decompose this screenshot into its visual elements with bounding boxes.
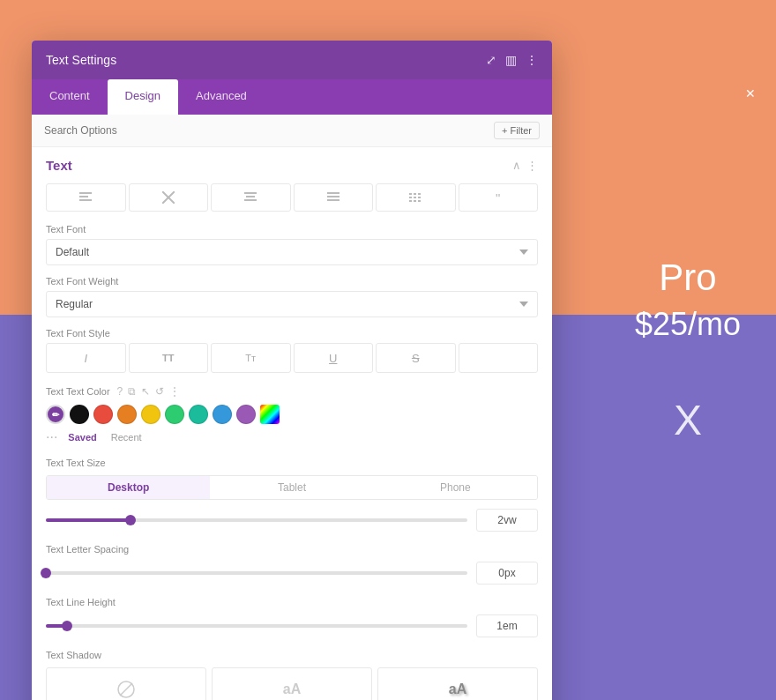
modal-tabs: Content Design Advanced <box>32 79 552 115</box>
shadow-section: Text Shadow aA aA <box>46 650 538 700</box>
shadow-options: aA aA <box>46 667 538 700</box>
close-circle-button[interactable]: ✕ <box>738 81 763 106</box>
line-height-label: Text Line Height <box>46 597 538 607</box>
line-height-slider-track[interactable] <box>46 624 467 628</box>
more-colors-icon[interactable]: ··· <box>46 429 57 445</box>
letter-spacing-input[interactable] <box>476 562 538 585</box>
expand-icon[interactable]: ⤢ <box>486 53 496 67</box>
size-input[interactable] <box>476 509 538 532</box>
search-bar: + Filter <box>32 115 552 147</box>
align-list-btn[interactable] <box>294 183 374 212</box>
size-label: Text Text Size <box>46 458 538 468</box>
color-badge[interactable]: ✏ <box>46 405 65 424</box>
svg-rect-16 <box>418 197 421 198</box>
modal-header: Text Settings ⤢ ▥ ⋮ <box>32 41 552 79</box>
shadow-none-btn[interactable] <box>46 667 206 700</box>
svg-rect-1 <box>79 196 88 197</box>
svg-rect-10 <box>327 199 340 201</box>
collapse-icon[interactable]: ∧ <box>512 159 521 172</box>
font-select[interactable]: Default <box>46 239 538 265</box>
size-slider-row <box>46 509 538 532</box>
letter-spacing-section: Text Letter Spacing <box>46 544 538 585</box>
color-gradient-picker[interactable] <box>260 405 280 424</box>
color-swatch-yellow[interactable] <box>141 405 160 424</box>
svg-rect-9 <box>327 196 340 197</box>
color-swatch-green[interactable] <box>165 405 184 424</box>
svg-rect-12 <box>414 193 416 195</box>
color-label: Text Text Color <box>46 386 110 397</box>
filter-button[interactable]: + Filter <box>494 122 540 139</box>
color-swatch-black[interactable] <box>70 405 89 424</box>
section-more-icon[interactable]: ⋮ <box>526 159 538 172</box>
color-header: Text Text Color ? ⧉ ↖ ↺ ⋮ <box>46 385 538 398</box>
columns-icon[interactable]: ▥ <box>505 53 517 67</box>
font-style-label: Text Font Style <box>46 328 538 339</box>
x-mark: X <box>635 396 741 444</box>
tab-design[interactable]: Design <box>108 79 178 115</box>
letter-spacing-slider-row <box>46 562 538 585</box>
pro-title: Pro <box>635 257 741 299</box>
section-header: Text ∧ ⋮ <box>46 158 538 173</box>
more-icon[interactable]: ⋮ <box>526 53 538 67</box>
shadow-dark-btn[interactable]: aA <box>377 667 538 700</box>
align-left-btn[interactable] <box>46 183 126 212</box>
color-swatch-blue[interactable] <box>213 405 232 424</box>
line-height-section: Text Line Height <box>46 597 538 637</box>
style-strikethrough-btn[interactable]: S <box>376 343 456 373</box>
svg-rect-13 <box>418 193 421 195</box>
line-height-input[interactable] <box>476 614 538 637</box>
color-more-icon[interactable]: ⋮ <box>169 385 180 398</box>
align-none-btn[interactable] <box>129 183 209 212</box>
style-uppercase-btn[interactable]: TT <box>129 343 209 373</box>
align-justify-btn[interactable] <box>376 183 456 212</box>
line-height-slider-row <box>46 614 538 637</box>
svg-rect-14 <box>409 197 412 198</box>
device-tab-tablet[interactable]: Tablet <box>210 476 373 499</box>
color-swatch-red[interactable] <box>93 405 113 424</box>
section-title: Text <box>46 158 72 173</box>
tab-content[interactable]: Content <box>32 79 108 115</box>
color-swatch-orange[interactable] <box>117 405 137 424</box>
color-help-icon[interactable]: ? <box>117 385 123 398</box>
color-reset-icon[interactable]: ↺ <box>155 385 164 398</box>
style-empty-btn[interactable] <box>459 343 539 373</box>
color-tab-recent[interactable]: Recent <box>111 432 142 443</box>
color-swatch-purple[interactable] <box>236 405 256 424</box>
size-slider-thumb[interactable] <box>125 515 136 525</box>
size-slider-fill <box>46 518 131 522</box>
style-capitalize-btn[interactable]: Tт <box>211 343 291 373</box>
size-slider-track[interactable] <box>46 518 467 522</box>
font-label: Text Font <box>46 224 538 235</box>
align-buttons: " <box>46 183 538 212</box>
svg-rect-11 <box>409 193 412 195</box>
align-center-btn[interactable] <box>211 183 291 212</box>
search-input[interactable] <box>44 124 494 137</box>
device-tab-desktop[interactable]: Desktop <box>47 476 210 499</box>
section-icons: ∧ ⋮ <box>512 159 538 172</box>
modal-title: Text Settings <box>46 53 116 67</box>
color-tabs: Saved Recent <box>68 432 141 443</box>
color-swatches: ✏ <box>46 405 538 424</box>
shadow-light-btn[interactable]: aA <box>212 667 372 700</box>
style-underline-btn[interactable]: U <box>294 343 374 373</box>
color-section: Text Text Color ? ⧉ ↖ ↺ ⋮ ✏ <box>46 385 538 445</box>
device-tab-phone[interactable]: Phone <box>374 476 537 499</box>
color-swatch-teal[interactable] <box>189 405 208 424</box>
font-weight-select[interactable]: Regular <box>46 291 538 317</box>
letter-spacing-slider-thumb[interactable] <box>41 568 51 578</box>
color-tab-saved[interactable]: Saved <box>68 432 96 443</box>
align-quote-btn[interactable]: " <box>459 183 539 212</box>
letter-spacing-slider-track[interactable] <box>46 571 467 575</box>
modal-content: Text ∧ ⋮ " <box>32 147 552 700</box>
style-italic-btn[interactable]: I <box>46 343 126 373</box>
tab-advanced[interactable]: Advanced <box>178 79 265 115</box>
svg-rect-2 <box>79 199 92 201</box>
svg-rect-15 <box>414 197 416 198</box>
pro-price: $25/mo <box>635 306 741 343</box>
color-copy-icon[interactable]: ⧉ <box>128 385 136 398</box>
color-pointer-icon[interactable]: ↖ <box>141 385 150 398</box>
line-height-slider-thumb[interactable] <box>62 621 72 631</box>
device-tabs: Desktop Tablet Phone <box>46 475 538 500</box>
text-settings-modal: Text Settings ⤢ ▥ ⋮ Content Design Advan… <box>32 41 552 700</box>
font-weight-label: Text Font Weight <box>46 276 538 287</box>
